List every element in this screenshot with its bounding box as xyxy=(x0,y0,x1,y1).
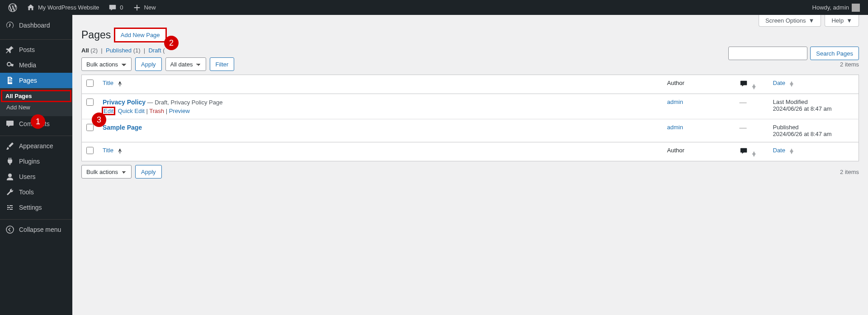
sidebar-label: Appearance xyxy=(19,142,53,150)
sort-icon: ▲▼ xyxy=(789,149,795,153)
annotation-2: 2 xyxy=(164,36,179,50)
sidebar-item-posts[interactable]: Posts xyxy=(0,42,72,57)
col-date[interactable]: Date ▲▼ xyxy=(769,142,859,161)
sidebar-item-plugins[interactable]: Plugins xyxy=(0,154,72,169)
sort-icon: ▲▼ xyxy=(751,84,757,89)
col-comments[interactable]: ▲▼ xyxy=(735,142,769,161)
filter-button[interactable]: Filter xyxy=(210,57,235,71)
row-action-preview[interactable]: Preview xyxy=(169,108,190,114)
pages-icon xyxy=(5,76,14,85)
comment-icon xyxy=(108,3,117,12)
col-date[interactable]: Date ▲▼ xyxy=(769,75,859,94)
sidebar-label: Dashboard xyxy=(19,22,50,29)
filter-draft[interactable]: Draft xyxy=(148,47,161,54)
page-title: Pages xyxy=(81,29,111,41)
row-action-trash[interactable]: Trash xyxy=(149,108,164,114)
screen-options-button[interactable]: Screen Options ▼ xyxy=(759,15,821,27)
row-action-quickedit[interactable]: Quick Edit xyxy=(118,108,145,114)
row-title-suffix: — Draft, Privacy Policy Page xyxy=(146,99,223,106)
content-area: Screen Options ▼ Help ▼ Pages Add New Pa… xyxy=(72,15,868,191)
annotation-3: 3 xyxy=(92,113,106,127)
comment-icon xyxy=(5,119,14,128)
col-author: Author xyxy=(663,75,735,94)
comment-icon xyxy=(740,150,748,156)
svg-point-0 xyxy=(6,226,14,233)
media-icon xyxy=(5,61,14,70)
row-date: Published 2024/06/26 at 8:47 am xyxy=(769,119,859,142)
table-row: Sample Page admin — Published 2024/06/26… xyxy=(82,119,859,142)
select-all-bottom[interactable] xyxy=(86,147,94,154)
row-date: Last Modified 2024/06/26 at 8:47 am xyxy=(769,94,859,119)
sidebar-label: Users xyxy=(19,173,36,180)
sidebar-item-settings[interactable]: Settings xyxy=(0,200,72,215)
filter-all[interactable]: All xyxy=(81,47,89,54)
apply-button-bottom[interactable]: Apply xyxy=(135,165,162,179)
row-author-link[interactable]: admin xyxy=(667,124,683,131)
row-comments: — xyxy=(740,124,747,132)
howdy-text: Howdy, admin xyxy=(812,4,849,11)
site-name-link[interactable]: My WordPress Website xyxy=(22,0,104,15)
sidebar-item-pages[interactable]: Pages xyxy=(0,73,72,88)
comment-icon xyxy=(740,82,748,89)
sidebar-item-tools[interactable]: Tools xyxy=(0,184,72,200)
add-new-page-button[interactable]: Add New Page xyxy=(115,28,166,42)
sidebar-item-media[interactable]: Media xyxy=(0,57,72,73)
row-checkbox[interactable] xyxy=(86,124,94,131)
sort-icon: ▲▼ xyxy=(751,151,757,156)
sort-icon: ▲▼ xyxy=(117,149,123,153)
brush-icon xyxy=(5,141,14,150)
dates-select[interactable]: All dates xyxy=(165,57,206,71)
dashboard-icon xyxy=(5,21,14,30)
plus-icon xyxy=(132,3,142,12)
sidebar-label: Posts xyxy=(19,46,35,53)
col-title[interactable]: Title ▲▼ xyxy=(98,142,663,161)
col-comments[interactable]: ▲▼ xyxy=(735,75,769,94)
sidebar-item-users[interactable]: Users xyxy=(0,169,72,184)
row-action-edit[interactable]: Edit xyxy=(103,108,114,114)
row-title-link[interactable]: Privacy Policy xyxy=(103,99,146,106)
help-button[interactable]: Help ▼ xyxy=(825,15,859,27)
chevron-down-icon: ▼ xyxy=(809,17,815,24)
comments-link[interactable]: 0 xyxy=(104,0,127,15)
row-comments: — xyxy=(740,99,747,106)
collapse-icon xyxy=(5,225,14,234)
sidebar-collapse[interactable]: Collapse menu xyxy=(0,222,72,237)
bulk-actions-select-bottom[interactable]: Bulk actions xyxy=(81,165,132,179)
row-actions: Edit Quick Edit | Trash | Preview xyxy=(103,108,658,114)
col-author: Author xyxy=(663,142,735,161)
sort-icon: ▲▼ xyxy=(789,81,795,86)
sort-icon: ▲▼ xyxy=(117,81,123,86)
col-title[interactable]: Title ▲▼ xyxy=(98,75,663,94)
plug-icon xyxy=(5,157,14,166)
filter-published[interactable]: Published xyxy=(106,47,132,54)
submenu-all-pages[interactable]: All Pages xyxy=(2,91,71,101)
search-pages-button[interactable]: Search Pages xyxy=(810,47,859,60)
row-checkbox[interactable] xyxy=(86,99,94,106)
sidebar-label: Plugins xyxy=(19,158,40,165)
sidebar-label: Pages xyxy=(19,77,37,84)
howdy-link[interactable]: Howdy, admin xyxy=(808,0,864,15)
submenu-add-new[interactable]: Add New xyxy=(0,101,72,113)
bulk-actions-select-top[interactable]: Bulk actions xyxy=(81,57,132,71)
item-count-bottom: 2 items xyxy=(840,169,859,175)
wrench-icon xyxy=(5,188,14,197)
sidebar-label: Tools xyxy=(19,188,34,196)
row-author-link[interactable]: admin xyxy=(667,99,683,105)
sidebar-item-appearance[interactable]: Appearance xyxy=(0,138,72,154)
apply-button-top[interactable]: Apply xyxy=(135,57,162,71)
sidebar-label: Collapse menu xyxy=(19,226,61,233)
item-count-top: 2 items xyxy=(840,61,859,68)
settings-icon xyxy=(5,203,14,212)
select-all-top[interactable] xyxy=(86,80,94,87)
home-icon xyxy=(26,3,35,12)
pages-submenu: All Pages Add New xyxy=(0,88,72,116)
wp-logo[interactable] xyxy=(4,0,22,15)
admin-sidebar: Dashboard Posts Media Pages All Pages Ad… xyxy=(0,15,72,315)
pages-table: Title ▲▼ Author ▲▼ Date ▲▼ Privacy Polic… xyxy=(81,75,859,161)
search-pages-input[interactable] xyxy=(728,47,807,60)
new-content-link[interactable]: New xyxy=(128,0,160,15)
annotation-1: 1 xyxy=(31,114,45,129)
row-title-link[interactable]: Sample Page xyxy=(103,124,142,131)
avatar-icon xyxy=(852,4,860,12)
sidebar-item-dashboard[interactable]: Dashboard xyxy=(0,15,72,35)
